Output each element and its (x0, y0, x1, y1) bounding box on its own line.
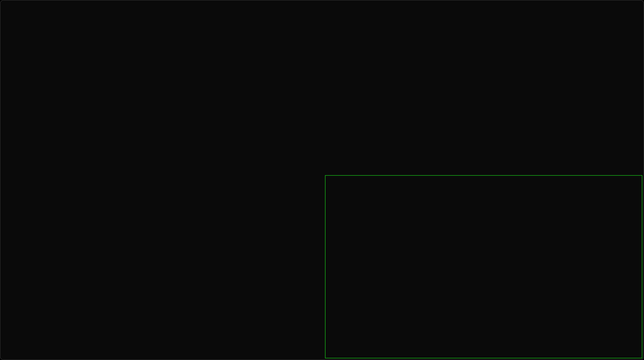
kitty-terminal-window (0, 0, 644, 360)
tig-log-pane[interactable] (325, 2, 642, 174)
git-shell-pane[interactable] (325, 175, 642, 358)
vim-pane[interactable] (2, 2, 324, 358)
right-column (325, 2, 642, 358)
